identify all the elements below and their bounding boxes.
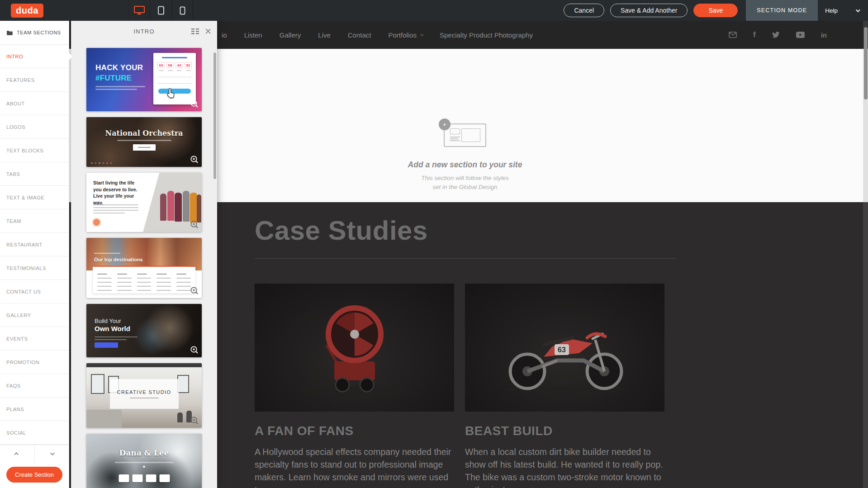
sidebar-item-features[interactable]: FEATURES [0,68,69,92]
placeholder-line [117,282,132,283]
zoom-preview-icon[interactable] [190,416,199,425]
nav-item-contact[interactable]: Contact [348,31,371,39]
sidebar-item-events[interactable]: EVENTS [0,327,69,351]
cancel-button[interactable]: Cancel [564,4,604,17]
countdown-value: 08 [166,62,174,68]
save-button[interactable]: Save [693,4,738,17]
template-button [133,144,156,151]
placeholder-line [162,57,187,58]
placeholder-line [117,274,127,275]
facebook-icon[interactable]: f [753,30,756,39]
nav-item-specialty[interactable]: Specialty Product Photography [440,31,533,39]
sidebar-item-testimonials[interactable]: TESTIMONIALS [0,256,69,280]
nav-item-portfolios[interactable]: Portfolios [388,31,422,39]
grid-view-icon[interactable] [190,27,199,36]
sections-sidebar: TEAM SECTIONS INTRO FEATURES ABOUT LOGOS… [0,21,69,488]
person-shape [167,191,174,221]
plus-icon: + [439,118,451,130]
dirt-bike-image: 63 [465,284,664,412]
wireframe-thumb [450,128,460,134]
sidebar-item-promotion[interactable]: PROMOTION [0,351,69,374]
sidebar-item-logos[interactable]: LOGOS [0,115,69,139]
sidebar-item-text-image[interactable]: TEXT & IMAGE [0,186,69,209]
panel-scrollbar-thumb[interactable] [213,52,216,179]
desktop-preview-button[interactable] [128,0,150,21]
sidebar-item-text-blocks[interactable]: TEXT BLOCKS [0,139,69,162]
sidebar-item-intro[interactable]: INTRO [0,45,69,68]
zoom-preview-icon[interactable] [190,220,199,229]
save-add-another-button[interactable]: Save & Add Another [610,4,688,17]
window-shape [91,374,104,394]
placeholder-line [157,278,171,279]
person-shape [190,193,197,223]
panel-header: INTRO [71,21,217,42]
help-menu[interactable]: Help [818,0,868,21]
wireframe-line [450,140,460,141]
template-thumb-dana-and-lee[interactable]: Dana & Lee ♥ [86,434,202,488]
placeholder-line [95,339,127,340]
countdown-boxes [119,474,170,482]
dot [110,162,112,164]
template-thumb-destinations[interactable]: Our top destinations [86,238,202,298]
placeholder-line [177,70,182,71]
sidebar-item-contact-us[interactable]: CONTACT US [0,280,69,303]
sidebar-item-faqs[interactable]: FAQS [0,374,69,398]
device-preview-switcher [128,0,193,21]
template-subtitle [95,335,138,340]
page-scrollbar-thumb[interactable] [864,27,868,99]
youtube-icon[interactable] [796,32,805,38]
zoom-preview-icon[interactable] [190,346,199,354]
fan-cart-image [255,284,454,412]
mobile-preview-button[interactable] [171,0,193,21]
person-shape [197,194,201,223]
sidebar-item-gallery[interactable]: GALLERY [0,303,69,327]
sidebar-item-about[interactable]: ABOUT [0,92,69,115]
create-section-button[interactable]: Create Section [6,467,62,483]
zoom-preview-icon[interactable] [190,286,199,295]
table-column [137,270,152,294]
template-title: Start living the life you deserve to liv… [93,180,144,206]
template-paragraph [93,203,138,213]
nav-item-partial[interactable]: io [222,31,227,39]
nav-item-gallery[interactable]: Gallery [280,31,301,39]
linkedin-icon[interactable]: in [821,31,827,39]
email-icon[interactable] [729,32,737,38]
sidebar-item-team[interactable]: TEAM [0,209,69,233]
heart-icon: ♥ [86,464,202,469]
placeholder-line [138,147,151,148]
countdown-value: 52 [185,62,192,68]
template-thumb-hack-your-future[interactable]: HACK YOUR #FUTURE 03 08 43 52 [86,48,202,111]
sidebar-item-social[interactable]: SOCIAL [0,421,69,445]
sidebar-item-plans[interactable]: PLANS [0,398,69,421]
slider-dots [91,162,112,164]
sidebar-item-restaurant[interactable]: RESTAURANT [0,233,69,256]
zoom-preview-icon[interactable] [190,155,199,164]
wireframe-image-box [461,128,480,142]
tablet-preview-button[interactable] [150,0,171,21]
page-scrollbar[interactable] [863,21,868,488]
zoom-preview-icon[interactable] [190,99,199,108]
panel-title: INTRO [133,28,154,35]
template-thumb-start-living[interactable]: Start living the life you deserve to liv… [86,173,202,232]
close-icon[interactable] [204,27,213,36]
template-thumb-creative-studio[interactable]: CREATIVE STUDIO [86,363,202,428]
placeholder-line [176,290,191,291]
sidebar-item-tabs[interactable]: TABS [0,162,69,186]
dot-active [106,162,108,164]
folder-icon [6,30,13,35]
twitter-icon[interactable] [772,32,780,38]
nav-item-listen[interactable]: Listen [244,31,262,39]
dot [95,162,97,164]
placeholder-line [137,274,147,275]
nav-item-live[interactable]: Live [318,31,331,39]
case-study-card-bike: 63 BEAST BUILD When a local custom dirt … [465,284,664,488]
template-thumb-build-your-own-world[interactable]: Build Your Own World [86,304,202,357]
scroll-down-button[interactable] [35,445,69,463]
duda-logo[interactable]: duda [11,4,43,18]
placeholder-line [157,274,166,275]
countdown-box [159,474,170,482]
scroll-up-button[interactable] [0,445,35,463]
table-column [176,270,191,294]
template-thumb-national-orchestra[interactable]: National Orchestra [86,117,202,167]
panel-header-icons [190,21,213,42]
